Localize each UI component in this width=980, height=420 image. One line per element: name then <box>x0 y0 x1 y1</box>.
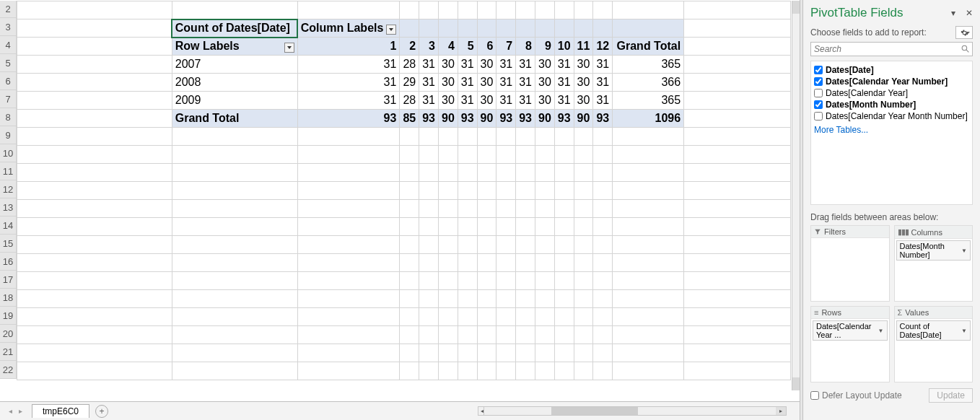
search-input[interactable] <box>810 42 973 56</box>
cell[interactable] <box>684 92 791 110</box>
pane-options-icon[interactable]: ▾ <box>951 8 955 18</box>
cell[interactable] <box>477 182 496 200</box>
pivot-grand-row-label[interactable]: Grand Total <box>172 110 297 128</box>
cell[interactable] <box>593 344 613 362</box>
cell[interactable] <box>439 200 458 218</box>
cell[interactable] <box>458 290 477 308</box>
pivot-col-hdr[interactable]: 1 <box>297 38 400 56</box>
cell[interactable] <box>574 200 593 218</box>
cell[interactable] <box>535 254 554 272</box>
area-rows[interactable]: ≡Rows Dates[Calendar Year ...▼ <box>810 306 890 382</box>
cell[interactable] <box>574 164 593 182</box>
pivot-val[interactable]: 30 <box>439 92 458 110</box>
cell[interactable] <box>684 182 791 200</box>
pivot-grand-val[interactable]: 93 <box>419 110 439 128</box>
field-checkbox[interactable] <box>814 89 823 97</box>
cell[interactable] <box>516 326 535 344</box>
cell[interactable] <box>593 236 613 254</box>
cell[interactable] <box>535 272 554 290</box>
cell[interactable] <box>297 218 400 236</box>
cell[interactable] <box>419 236 439 254</box>
pivot-col-hdr[interactable]: 3 <box>419 38 439 56</box>
cell[interactable] <box>496 128 516 146</box>
cell[interactable] <box>172 218 297 236</box>
cell[interactable] <box>419 272 439 290</box>
cell[interactable] <box>17 272 172 290</box>
pivot-val[interactable]: 31 <box>554 74 574 92</box>
cell[interactable] <box>574 326 593 344</box>
horizontal-scrollbar[interactable]: ▸ <box>484 406 787 416</box>
field-list[interactable]: Dates[Date]Dates[Calendar Year Number]Da… <box>810 61 973 205</box>
cell[interactable] <box>458 182 477 200</box>
cell[interactable] <box>400 19 419 38</box>
cell[interactable] <box>535 200 554 218</box>
row-header[interactable]: 17 <box>0 271 17 289</box>
cell[interactable] <box>554 164 574 182</box>
cell[interactable] <box>535 146 554 164</box>
cell[interactable] <box>593 1 613 19</box>
col-labels-dropdown-icon[interactable] <box>386 25 396 35</box>
cell[interactable] <box>535 218 554 236</box>
cell[interactable] <box>439 19 458 38</box>
pivot-val[interactable]: 30 <box>574 56 593 74</box>
pivot-grand-val[interactable]: 90 <box>535 110 554 128</box>
cell[interactable] <box>458 326 477 344</box>
cell[interactable] <box>535 19 554 38</box>
cell[interactable] <box>496 164 516 182</box>
cell[interactable] <box>593 362 613 380</box>
cell[interactable] <box>439 164 458 182</box>
cell[interactable] <box>554 218 574 236</box>
pivot-col-hdr[interactable]: 6 <box>477 38 496 56</box>
cell[interactable] <box>17 38 172 56</box>
pivot-val[interactable]: 30 <box>535 56 554 74</box>
cell[interactable] <box>439 218 458 236</box>
cell[interactable] <box>17 308 172 326</box>
hscroll-track[interactable] <box>484 407 776 415</box>
cell[interactable] <box>17 146 172 164</box>
cell[interactable] <box>516 164 535 182</box>
pivot-val[interactable]: 31 <box>496 92 516 110</box>
field-checkbox[interactable] <box>814 100 823 109</box>
cell[interactable] <box>535 308 554 326</box>
cell[interactable] <box>17 164 172 182</box>
cell[interactable] <box>477 308 496 326</box>
pivot-val[interactable]: 30 <box>477 92 496 110</box>
cell[interactable] <box>172 182 297 200</box>
cell[interactable] <box>419 19 439 38</box>
cell[interactable] <box>477 146 496 164</box>
pivot-val[interactable]: 31 <box>419 74 439 92</box>
cell[interactable] <box>419 164 439 182</box>
cell[interactable] <box>496 182 516 200</box>
cell[interactable] <box>17 290 172 308</box>
cell[interactable] <box>477 272 496 290</box>
cell[interactable] <box>400 326 419 344</box>
pivot-val[interactable]: 31 <box>297 92 400 110</box>
field-checkbox[interactable] <box>814 112 823 121</box>
cell[interactable] <box>458 254 477 272</box>
cell[interactable] <box>477 164 496 182</box>
cell[interactable] <box>684 326 791 344</box>
cell[interactable] <box>684 56 791 74</box>
cell[interactable] <box>419 128 439 146</box>
cell[interactable] <box>535 128 554 146</box>
pivot-val[interactable]: 31 <box>458 74 477 92</box>
cell[interactable] <box>574 1 593 19</box>
row-header[interactable]: 6 <box>0 72 17 90</box>
cell[interactable] <box>535 236 554 254</box>
cell[interactable] <box>684 290 791 308</box>
cell[interactable] <box>535 362 554 380</box>
pivot-grand-val[interactable]: 93 <box>297 110 400 128</box>
cell[interactable] <box>684 218 791 236</box>
row-header[interactable]: 4 <box>0 36 17 54</box>
cell[interactable] <box>439 362 458 380</box>
cell[interactable] <box>554 1 574 19</box>
cell[interactable] <box>574 19 593 38</box>
cell[interactable] <box>593 218 613 236</box>
pivot-grand-val[interactable]: 93 <box>554 110 574 128</box>
cell[interactable] <box>172 128 297 146</box>
add-sheet-button[interactable]: + <box>95 405 108 418</box>
cell[interactable] <box>439 344 458 362</box>
cell[interactable] <box>593 272 613 290</box>
cell[interactable] <box>458 128 477 146</box>
pivot-grand-col-hdr[interactable]: Grand Total <box>613 38 684 56</box>
